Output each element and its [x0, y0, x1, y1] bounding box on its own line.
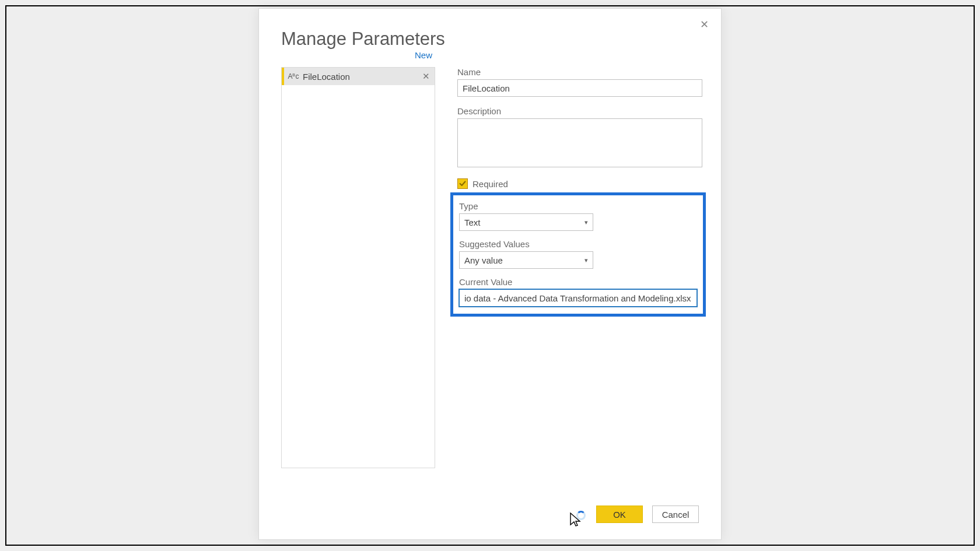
delete-parameter-icon[interactable]: ✕	[422, 71, 430, 82]
suggested-values-dropdown-value: Any value	[464, 255, 503, 265]
suggested-values-dropdown[interactable]: Any value ▾	[459, 251, 593, 269]
type-label: Type	[459, 201, 697, 211]
chevron-down-icon: ▾	[584, 257, 588, 264]
chevron-down-icon: ▾	[584, 219, 588, 226]
parameter-item-name: FileLocation	[299, 72, 422, 82]
highlighted-section: Type Text ▾ Suggested Values Any value ▾…	[450, 192, 706, 317]
name-input[interactable]	[457, 79, 702, 97]
mouse-cursor-icon	[569, 512, 581, 528]
required-label: Required	[473, 179, 508, 189]
close-button[interactable]: ✕	[695, 16, 713, 33]
parameter-form: Name Description Required Type Text	[457, 67, 702, 317]
parameter-list-item[interactable]: Aᴮc FileLocation ✕	[282, 68, 435, 85]
required-field-group: Required	[457, 178, 702, 189]
name-field-group: Name	[457, 67, 702, 97]
description-label: Description	[457, 106, 702, 116]
app-canvas: ✕ Manage Parameters New Aᴮc FileLocation…	[0, 0, 980, 551]
ok-button[interactable]: OK	[596, 506, 643, 523]
dialog-title: Manage Parameters	[281, 29, 445, 50]
name-label: Name	[457, 67, 702, 77]
current-value-input[interactable]	[459, 289, 697, 307]
type-dropdown[interactable]: Text ▾	[459, 213, 593, 231]
current-value-label: Current Value	[459, 277, 697, 287]
busy-spinner-icon	[576, 511, 586, 520]
new-parameter-link[interactable]: New	[415, 50, 432, 60]
description-textarea[interactable]	[457, 118, 702, 167]
suggested-values-label: Suggested Values	[459, 239, 697, 249]
type-dropdown-value: Text	[464, 217, 481, 227]
manage-parameters-dialog: ✕ Manage Parameters New Aᴮc FileLocation…	[258, 8, 722, 540]
close-icon: ✕	[700, 18, 709, 31]
text-type-icon: Aᴮc	[288, 72, 299, 80]
check-icon	[459, 180, 467, 188]
parameter-list: New Aᴮc FileLocation ✕	[281, 67, 435, 468]
description-field-group: Description	[457, 106, 702, 169]
required-checkbox[interactable]	[457, 178, 468, 189]
dialog-buttons: OK Cancel	[596, 506, 699, 523]
cancel-button[interactable]: Cancel	[652, 506, 699, 523]
